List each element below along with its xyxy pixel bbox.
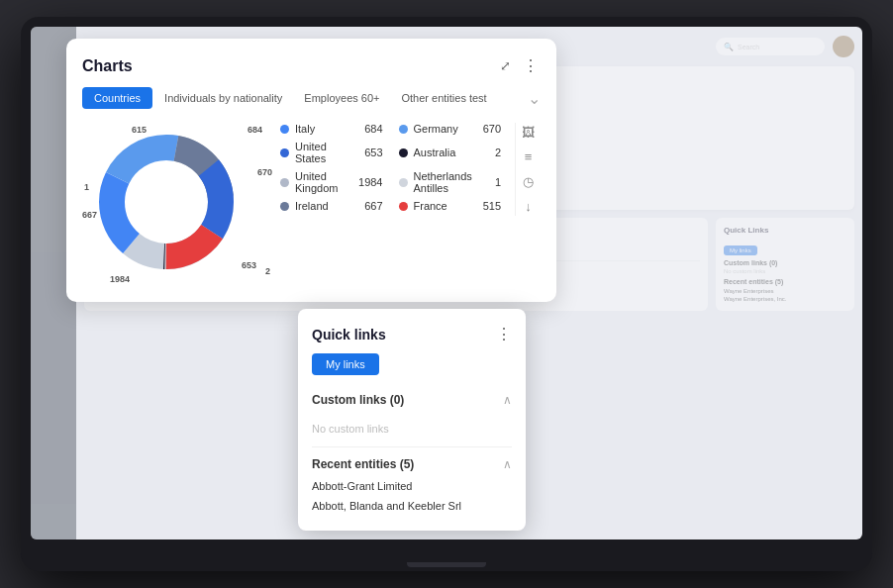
charts-card-header: Charts ⤢ ⋮ — [82, 54, 541, 77]
legend-value-us: 653 — [364, 147, 382, 158]
legend-item-uk: United Kingdom 1984 — [280, 170, 383, 194]
ql-recent-chevron-icon: ∧ — [503, 457, 512, 471]
legend-value-france: 515 — [483, 200, 501, 212]
bg-search: Search — [738, 44, 759, 50]
legend-dot-uk — [280, 178, 289, 187]
tab-countries[interactable]: Countries — [82, 87, 152, 109]
bg-ql-title: Quick Links — [724, 226, 846, 235]
tabs-more-button[interactable]: ⌄ — [528, 89, 541, 108]
ql-no-custom-text: No custom links — [312, 423, 389, 435]
donut-svg — [82, 123, 250, 281]
donut-label-615: 615 — [132, 125, 147, 135]
legend-item-us: United States 653 — [280, 141, 383, 164]
chart-legend: Italy 684 Germany 670 United States — [280, 123, 501, 212]
ql-recent-header[interactable]: Recent entities (5) ∧ — [312, 447, 512, 477]
legend-item-germany: Germany 670 — [399, 123, 502, 135]
list-icon-button[interactable]: ≡ — [525, 149, 533, 164]
legend-name-france: France — [414, 200, 477, 212]
legend-value-germany: 670 — [483, 123, 501, 135]
download-icon-button[interactable]: ↓ — [525, 199, 532, 214]
laptop-screen: 🔍 Search Charts Countries Individuals by… — [31, 27, 862, 539]
legend-dot-italy — [280, 125, 289, 134]
charts-tabs: Countries Individuals by nationality Emp… — [82, 87, 541, 109]
legend-value-uk: 1984 — [358, 176, 382, 188]
tab-nationality[interactable]: Individuals by nationality — [154, 87, 292, 109]
chart-action-icons: 🖼 ≡ ◷ ↓ — [515, 123, 541, 216]
legend-value-ireland: 667 — [364, 200, 382, 212]
donut-label-1984: 1984 — [110, 274, 130, 284]
chart-body: 615 684 670 667 653 2 1984 1 — [82, 123, 541, 286]
legend-item-france: France 515 — [399, 200, 502, 212]
legend-dot-france — [399, 202, 408, 211]
ql-custom-section: Custom links (0) ∧ No custom links — [312, 387, 512, 447]
more-options-button[interactable]: ⋮ — [521, 54, 541, 77]
legend-name-ireland: Ireland — [295, 200, 358, 212]
ql-custom-header[interactable]: Custom links (0) ∧ — [312, 387, 512, 413]
laptop-base — [407, 562, 486, 567]
donut-label-670: 670 — [257, 167, 272, 177]
legend-name-italy: Italy — [295, 123, 358, 135]
ql-recent-items: Abbott-Grant Limited Abbott, Blanda and … — [312, 477, 512, 515]
legend-item-netherlands: Netherlands Antilles 1 — [399, 170, 502, 194]
ql-custom-chevron-icon: ∧ — [503, 393, 512, 407]
legend-name-netherlands: Netherlands Antilles — [414, 170, 489, 194]
legend-dot-ireland — [280, 202, 289, 211]
legend-dot-australia — [399, 148, 408, 157]
ql-custom-content: No custom links — [312, 413, 512, 446]
donut-label-667: 667 — [82, 210, 97, 220]
donut-label-653: 653 — [242, 260, 256, 270]
legend-dot-germany — [399, 125, 408, 134]
legend-value-italy: 684 — [364, 123, 382, 135]
expand-button[interactable]: ⤢ — [498, 56, 513, 75]
legend-name-germany: Germany — [414, 123, 477, 135]
quick-links-popup: Quick links ⋮ My links Custom links (0) … — [298, 309, 526, 531]
ql-popup-tabs: My links — [312, 353, 512, 375]
ql-popup-more-button[interactable]: ⋮ — [496, 325, 512, 343]
donut-chart-container: 615 684 670 667 653 2 1984 1 — [82, 123, 270, 286]
legend-item-italy: Italy 684 — [280, 123, 383, 135]
tab-other[interactable]: Other entities test — [391, 87, 496, 109]
legend-name-us: United States — [295, 141, 358, 164]
legend-dot-us — [280, 148, 289, 157]
ql-recent-item-1[interactable]: Abbott-Grant Limited — [312, 477, 512, 495]
ql-custom-title: Custom links (0) — [312, 393, 404, 407]
donut-label-1: 1 — [84, 182, 89, 192]
ql-popup-header: Quick links ⋮ — [312, 325, 512, 343]
image-icon-button[interactable]: 🖼 — [522, 125, 535, 140]
charts-title: Charts — [82, 57, 133, 75]
ql-recent-section: Recent entities (5) ∧ Abbott-Grant Limit… — [312, 447, 512, 515]
legend-name-australia: Australia — [414, 147, 489, 158]
legend-name-uk: United Kingdom — [295, 170, 352, 194]
legend-item-ireland: Ireland 667 — [280, 200, 383, 212]
ql-recent-title: Recent entities (5) — [312, 457, 414, 471]
legend-value-australia: 2 — [495, 147, 501, 158]
svg-point-13 — [129, 164, 204, 240]
clock-icon-button[interactable]: ◷ — [523, 174, 534, 189]
ql-my-links-tab[interactable]: My links — [312, 353, 379, 375]
donut-label-2: 2 — [265, 266, 270, 276]
ql-popup-title: Quick links — [312, 327, 386, 343]
donut-label-684: 684 — [248, 125, 262, 135]
ql-recent-item-2[interactable]: Abbott, Blanda and Keebler Srl — [312, 497, 512, 515]
legend-value-netherlands: 1 — [495, 176, 501, 188]
legend-item-australia: Australia 2 — [399, 141, 502, 164]
charts-card: Charts ⤢ ⋮ Countries Individuals by nati… — [66, 39, 556, 302]
legend-dot-netherlands — [399, 178, 408, 187]
tab-employees[interactable]: Employees 60+ — [294, 87, 389, 109]
